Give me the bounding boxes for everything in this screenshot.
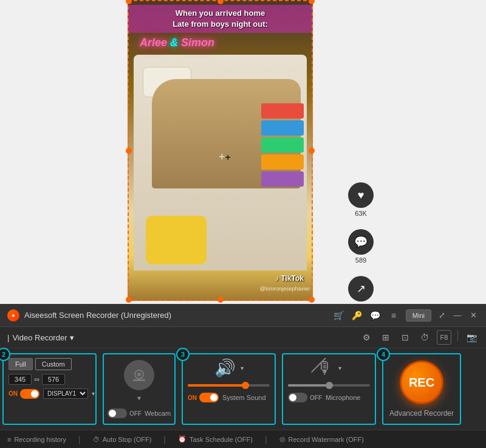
toolbar: ● Aiseesoft Screen Recorder (Unregistere… bbox=[0, 304, 486, 448]
tiktok-username: @kimronjesephavier bbox=[260, 286, 310, 292]
close-button[interactable]: ✕ bbox=[468, 310, 479, 321]
share-group[interactable]: ↗ 500 bbox=[348, 276, 374, 311]
custom-button[interactable]: Custom bbox=[35, 358, 72, 370]
dimension-row: ⇔ bbox=[9, 374, 91, 385]
share-count: 500 bbox=[355, 303, 366, 311]
crosshair-cursor: + bbox=[219, 151, 228, 160]
task-schedule-item[interactable]: ⏰ Task Schedule (OFF) bbox=[178, 435, 253, 443]
display-toggle-switch[interactable] bbox=[20, 389, 39, 399]
tiktok-logo: ♪ TikTok bbox=[275, 274, 304, 283]
mic-icon: 🎙 bbox=[317, 359, 334, 377]
svg-point-1 bbox=[137, 373, 141, 376]
sound-toggle[interactable]: ON bbox=[188, 393, 219, 402]
controls-row: 2 Full Custom ⇔ ON DISPLAY1 ▾ bbox=[0, 348, 486, 430]
volume-knob[interactable] bbox=[242, 382, 249, 389]
sound-toggle-switch[interactable] bbox=[199, 393, 219, 402]
heart-count: 63K bbox=[355, 210, 367, 217]
display-chevron: ▾ bbox=[92, 390, 95, 397]
mic-toggle-row: OFF Microphone bbox=[288, 393, 370, 402]
auto-stop-label: Auto Stop (OFF) bbox=[103, 436, 152, 443]
webcam-icon bbox=[124, 360, 154, 390]
sound-label: System Sound bbox=[222, 394, 266, 401]
tiktok-sidebar: ♥ 63K 💬 589 ↗ 500 bbox=[348, 182, 374, 311]
camera-icon[interactable]: 📷 bbox=[464, 330, 479, 345]
screen-size-buttons: Full Custom bbox=[9, 358, 91, 370]
full-button[interactable]: Full bbox=[9, 358, 33, 370]
rec-badge: 4 bbox=[377, 348, 390, 361]
sound-chevron: ▾ bbox=[241, 365, 244, 371]
neon-text: Arlee & Simon bbox=[140, 36, 214, 49]
comment-count: 589 bbox=[355, 257, 366, 264]
sound-badge: 3 bbox=[176, 348, 190, 361]
status-bar: ≡ Recording history | ⏱ Auto Stop (OFF) … bbox=[0, 430, 486, 448]
clock-icon[interactable]: ⏱ bbox=[417, 330, 432, 345]
colorful-items bbox=[261, 103, 304, 195]
volume-fill bbox=[188, 384, 245, 387]
history-item[interactable]: ≡ Recording history bbox=[7, 436, 66, 443]
mic-toggle[interactable]: OFF bbox=[288, 393, 322, 402]
overlay-line2: Late from boys night out: bbox=[134, 19, 307, 30]
webcam-label-row: OFF Webcam bbox=[108, 408, 171, 418]
rec-button[interactable]: REC bbox=[400, 360, 443, 404]
hamburger-icon[interactable]: ≡ bbox=[386, 308, 401, 323]
item-3 bbox=[261, 137, 304, 153]
separator bbox=[457, 330, 458, 341]
mode-chevron: ▾ bbox=[70, 333, 74, 342]
watermark-label: Record Watermark (OFF) bbox=[289, 436, 364, 443]
height-input[interactable] bbox=[42, 374, 65, 385]
neon-ampersand: & bbox=[170, 36, 181, 49]
mini-button[interactable]: Mini bbox=[406, 309, 431, 322]
watermark-item[interactable]: ◎ Record Watermark (OFF) bbox=[279, 435, 364, 443]
mic-volume-fill bbox=[288, 384, 329, 387]
width-input[interactable] bbox=[9, 374, 32, 385]
sound-on-label: ON bbox=[188, 395, 197, 401]
mic-volume-slider[interactable] bbox=[288, 384, 370, 387]
divider-3: | bbox=[265, 435, 267, 444]
mode-selector[interactable]: | Video Recorder ▾ bbox=[7, 333, 74, 342]
mode-label: Video Recorder bbox=[12, 333, 67, 342]
sound-toggle-row: ON System Sound bbox=[188, 393, 270, 402]
settings-icon[interactable]: ⚙ bbox=[359, 330, 374, 345]
webcam-toggle-row: ▾ bbox=[137, 394, 141, 402]
display-row: ON DISPLAY1 ▾ bbox=[9, 388, 91, 399]
mic-icon-wrapper: 🎙 bbox=[317, 358, 334, 378]
task-icon: ⏰ bbox=[178, 435, 187, 443]
svg-rect-3 bbox=[137, 379, 141, 380]
comment-group[interactable]: 💬 589 bbox=[348, 229, 374, 264]
tiktok-icon: ♪ bbox=[275, 274, 279, 283]
auto-stop-item[interactable]: ⏱ Auto Stop (OFF) bbox=[93, 436, 152, 443]
divider-2: | bbox=[163, 435, 166, 444]
link-icon: ⇔ bbox=[34, 376, 39, 384]
display-toggle[interactable]: ON bbox=[9, 389, 39, 399]
sound-panel: 3 🔊 ▾ ON System Sound bbox=[182, 353, 276, 425]
screen-panel: 2 Full Custom ⇔ ON DISPLAY1 ▾ bbox=[2, 353, 97, 425]
item-2 bbox=[261, 120, 304, 136]
heart-icon-circle: ♥ bbox=[348, 182, 374, 208]
screenshot-icon[interactable]: ⊞ bbox=[378, 330, 393, 345]
display-selector[interactable]: DISPLAY1 bbox=[43, 388, 88, 399]
clock-icon-small: ⏱ bbox=[93, 436, 100, 443]
heart-group[interactable]: ♥ 63K bbox=[348, 182, 374, 217]
split-icon[interactable]: ⊡ bbox=[398, 330, 412, 345]
webcam-toggle-switch[interactable] bbox=[108, 408, 127, 418]
app-title-group: ● Aiseesoft Screen Recorder (Unregistere… bbox=[7, 309, 171, 322]
mic-toggle-switch[interactable] bbox=[288, 393, 307, 402]
volume-slider[interactable] bbox=[188, 384, 270, 387]
cart-icon[interactable]: 🛒 bbox=[332, 308, 346, 323]
mode-icon-bar: ⚙ ⊞ ⊡ ⏱ F8 📷 bbox=[359, 330, 479, 345]
mic-panel: 🎙 ▾ OFF Microphone bbox=[282, 353, 376, 425]
yellow-pillow bbox=[146, 216, 207, 264]
mic-label: Microphone bbox=[326, 394, 360, 401]
mic-volume-knob[interactable] bbox=[326, 382, 333, 389]
title-bar: ● Aiseesoft Screen Recorder (Unregistere… bbox=[0, 304, 486, 327]
restore-button[interactable]: ⤢ bbox=[436, 310, 447, 321]
sound-icon-row: 🔊 ▾ bbox=[188, 358, 270, 378]
divider-1: | bbox=[78, 435, 81, 444]
f8-icon[interactable]: F8 bbox=[437, 330, 451, 345]
webcam-toggle[interactable]: OFF bbox=[108, 408, 142, 418]
rec-panel: 4 REC Advanced Recorder bbox=[382, 353, 461, 425]
video-overlay-text: When you arrived home Late from boys nig… bbox=[128, 5, 313, 33]
minimize-button[interactable]: — bbox=[452, 310, 463, 321]
webcam-panel: ▾ OFF Webcam bbox=[103, 353, 176, 425]
history-label: Recording history bbox=[14, 436, 66, 443]
